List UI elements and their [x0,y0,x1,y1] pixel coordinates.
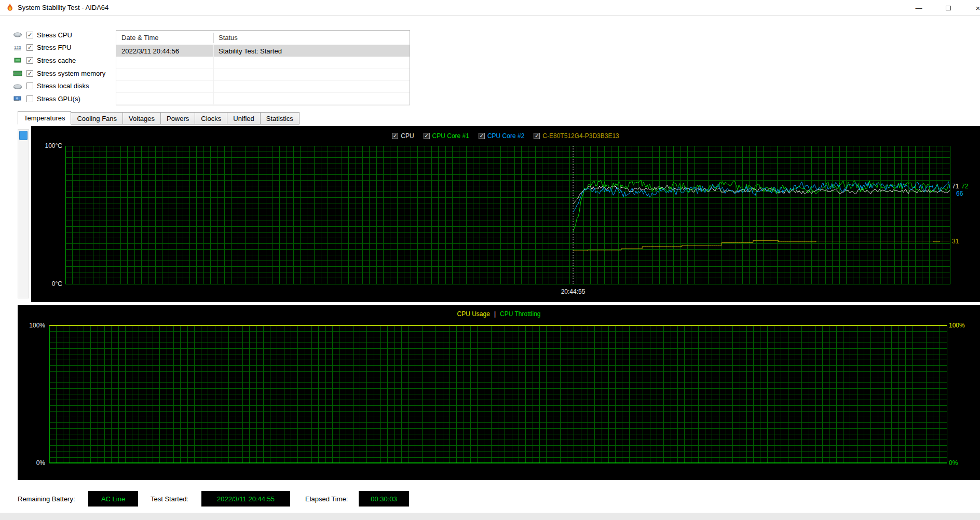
tab-voltages[interactable]: Voltages [122,112,161,125]
event-log-table[interactable]: Date & Time Status 2022/3/11 20:44:56Sta… [116,30,410,105]
gpu-icon [12,95,23,102]
test-started-value: 2022/3/11 20:44:55 [217,495,275,503]
cpu-usage-chart-canvas [18,305,980,480]
column-divider [213,45,214,105]
stress-local-disks-checkbox[interactable] [26,83,33,89]
legend-label: CPU Core #1 [432,132,469,140]
stress-cpu-checkbox[interactable]: ✓ [26,32,33,38]
temp-value-cpu: 71 [952,183,959,190]
cell-datetime: 2022/3/11 20:44:56 [116,47,213,55]
close-button[interactable]: × [966,0,980,16]
y-axis-bottom-label: 0°C [38,280,62,288]
battery-status-box: AC Line [88,491,138,507]
elapsed-time-label: Elapsed Time: [305,495,348,503]
battery-value: AC Line [101,495,125,503]
window-bottom-edge [0,513,980,520]
stress-option-label: Stress CPU [37,31,72,39]
test-started-label: Test Started: [151,495,188,503]
usage-y-top-label: 100% [20,322,45,329]
stress-cache-checkbox[interactable]: ✓ [26,57,33,64]
table-row-empty [116,69,410,81]
tab-unified[interactable]: Unified [227,112,260,125]
legend-item-c-e80t512g4-p3d3b3e13[interactable]: ✓C-E80T512G4-P3D3B3E13 [534,132,619,140]
temperature-chart: ✓CPU✓CPU Core #1✓CPU Core #2✓C-E80T512G4… [31,126,980,302]
maximize-icon [946,6,951,10]
cpu-icon [12,31,23,38]
memory-icon [12,70,23,77]
stress-option-label: Stress system memory [37,70,105,77]
legend-label: CPU Core #2 [487,132,524,140]
temperature-legend: ✓CPU✓CPU Core #1✓CPU Core #2✓C-E80T512G4… [31,132,980,140]
tab-powers[interactable]: Powers [160,112,195,125]
stress-option-label: Stress FPU [37,44,71,51]
slider-thumb[interactable] [19,131,28,140]
stress-option-label: Stress cache [37,57,76,64]
stress-option-stress-system-memory: ✓Stress system memory [12,67,105,80]
tab-cooling-fans[interactable]: Cooling Fans [71,112,123,125]
table-row-empty [116,81,410,93]
fpu-icon: 123 [12,44,23,51]
table-header: Date & Time Status [116,31,410,45]
usage-y-bottom-label: 0% [20,459,45,467]
cache-icon [12,57,23,64]
usage-chart-title: CPU Usage|CPU Throttling [18,310,980,318]
stress-option-label: Stress GPU(s) [37,95,80,103]
elapsed-time-box: 00:30:03 [359,491,409,507]
battery-label: Remaining Battery: [18,495,75,503]
disk-icon [12,83,23,90]
stress-options-panel: ✓Stress CPU123✓Stress FPU✓Stress cache✓S… [12,29,105,105]
chart-scale-slider[interactable] [18,129,29,298]
stress-option-stress-cpu: ✓Stress CPU [12,29,105,42]
app-window: System Stability Test - AIDA64 — × ✓Stre… [0,0,980,520]
table-row[interactable]: 2022/3/11 20:44:56Stability Test: Starte… [116,45,410,57]
event-time-label: 20:44:55 [542,288,604,295]
temp-value-ssd: 31 [952,238,959,245]
stress-fpu-checkbox[interactable]: ✓ [26,44,33,51]
legend-checkbox[interactable]: ✓ [424,133,430,139]
usage-title-part: | [494,310,496,318]
legend-label: CPU [401,132,414,140]
legend-item-cpu-core-2[interactable]: ✓CPU Core #2 [479,132,524,140]
cell-status: Stability Test: Started [213,47,282,55]
column-divider [213,33,214,43]
stress-option-stress-local-disks: Stress local disks [12,79,105,92]
maximize-button[interactable] [936,0,960,16]
elapsed-time-value: 00:30:03 [371,495,397,503]
usage-title-part[interactable]: CPU Usage [457,310,490,318]
test-started-box: 2022/3/11 20:44:55 [201,491,290,507]
tab-bar: TemperaturesCooling FansVoltagesPowersCl… [18,112,299,125]
y-axis-top-label: 100°C [38,142,62,149]
minimize-button[interactable]: — [907,0,931,16]
minimize-icon: — [916,4,922,12]
legend-item-cpu-core-1[interactable]: ✓CPU Core #1 [424,132,469,140]
legend-checkbox[interactable]: ✓ [534,133,540,139]
tab-clocks[interactable]: Clocks [195,112,227,125]
column-header-datetime[interactable]: Date & Time [116,34,213,42]
flame-app-icon [5,3,15,12]
legend-item-cpu[interactable]: ✓CPU [392,132,414,140]
cpu-usage-chart: CPU Usage|CPU Throttling 100% 0% 100% 0% [18,305,980,480]
stress-gpu-s-checkbox[interactable] [26,95,33,102]
legend-label: C-E80T512G4-P3D3B3E13 [542,132,619,140]
tab-temperatures[interactable]: Temperatures [18,111,71,125]
close-icon: × [976,4,980,12]
stress-option-label: Stress local disks [37,82,89,90]
column-header-status[interactable]: Status [213,34,238,42]
title-bar: System Stability Test - AIDA64 — × [0,0,980,16]
temp-value-core1: 72 [961,183,968,190]
temperature-chart-canvas [31,126,980,302]
stress-system-memory-checkbox[interactable]: ✓ [26,70,33,77]
temp-value-core2: 66 [956,190,963,197]
table-row-empty [116,93,410,105]
table-row-empty [116,57,410,69]
usage-right-bottom-label: 0% [949,459,958,467]
legend-checkbox[interactable]: ✓ [392,133,398,139]
stress-option-stress-cache: ✓Stress cache [12,54,105,67]
tab-statistics[interactable]: Statistics [260,112,300,125]
svg-text:123: 123 [14,45,21,50]
window-title: System Stability Test - AIDA64 [18,4,108,11]
usage-right-top-label: 100% [949,322,965,329]
usage-title-part[interactable]: CPU Throttling [500,310,540,318]
legend-checkbox[interactable]: ✓ [479,133,485,139]
stress-option-stress-fpu: 123✓Stress FPU [12,42,105,54]
